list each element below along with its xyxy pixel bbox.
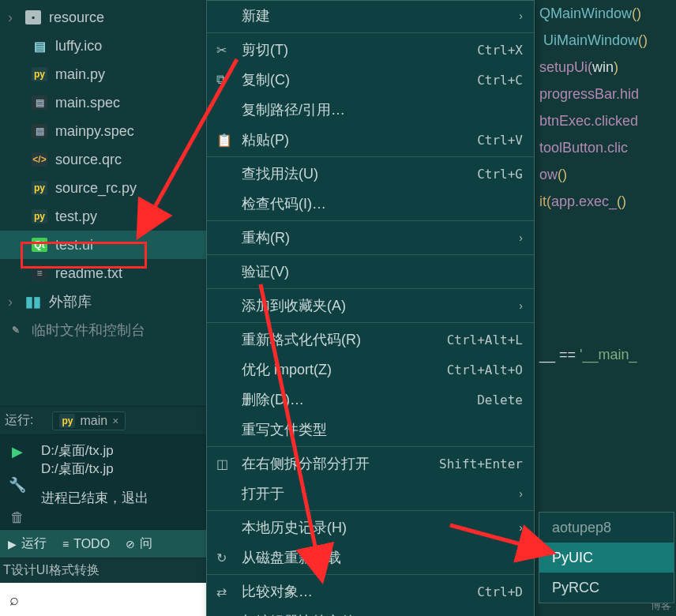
play-icon[interactable]: ▶: [12, 443, 23, 460]
chevron-right-icon: ›: [519, 487, 523, 500]
run-config-selector[interactable]: py main ×: [52, 411, 126, 430]
ctx-open-in[interactable]: 打开于›: [207, 479, 534, 509]
folder-icon: ▪: [25, 10, 41, 24]
qrc-file-icon: </>: [32, 152, 47, 167]
footer-text: T设计UI格式转换: [3, 562, 100, 579]
tree-file-luffy[interactable]: ▤ luffy.ico: [0, 32, 206, 60]
wrench-icon[interactable]: 🔧: [9, 476, 26, 494]
tab-todo[interactable]: ≡TODO: [62, 537, 110, 551]
ctx-find-usages[interactable]: 查找用法(U)Ctrl+G: [207, 159, 534, 189]
spec-file-icon: ▤: [32, 96, 47, 110]
external-tools-submenu: aotupep8 PyUIC PyRCC: [539, 512, 674, 603]
chevron-right-icon: ›: [519, 521, 523, 534]
python-file-icon: py: [59, 414, 75, 428]
run-config-name: main: [80, 414, 107, 428]
python-file-icon: py: [32, 209, 47, 223]
search-bar[interactable]: ⌕: [0, 583, 206, 616]
copy-icon: ⧉: [216, 73, 225, 87]
qt-file-icon: Qt: [32, 238, 47, 252]
sub-pyuic[interactable]: PyUIC: [539, 543, 674, 573]
tree-label: source.qrc: [55, 152, 122, 168]
ctx-inspect[interactable]: 检查代码(I)…: [207, 189, 534, 219]
project-tree-panel: › ▪ resource ▤ luffy.ico py main.py ▤ ma…: [0, 0, 206, 616]
tree-file-main-spec[interactable]: ▤ main.spec: [0, 88, 206, 117]
python-file-icon: py: [32, 181, 47, 195]
ctx-validate[interactable]: 验证(V): [207, 257, 534, 287]
tree-file-test-py[interactable]: py test.py: [0, 202, 206, 231]
ctx-local-history[interactable]: 本地历史记录(H)›: [207, 513, 534, 543]
ctx-paste[interactable]: 📋粘贴(P)Ctrl+V: [207, 125, 534, 155]
image-file-icon: ▤: [32, 39, 47, 53]
tree-label: test.ui: [55, 237, 93, 254]
status-footer: T设计UI格式转换: [0, 558, 206, 583]
console-line: D:/桌面/tx.jp: [41, 441, 200, 460]
ctx-reload-disk[interactable]: ↻从磁盘重新加载: [207, 543, 534, 573]
ctx-copy[interactable]: ⧉复制(C)Ctrl+C: [207, 65, 534, 95]
tree-scratches[interactable]: ✎ 临时文件和控制台: [0, 316, 206, 344]
tree-label: 临时文件和控制台: [32, 321, 145, 340]
ctx-cut[interactable]: ✂剪切(T)Ctrl+X: [207, 35, 534, 65]
cut-icon: ✂: [216, 43, 227, 58]
ctx-split-right[interactable]: ◫在右侧拆分部分打开Shift+Enter: [207, 449, 534, 479]
play-icon: ▶: [8, 538, 17, 550]
ctx-favorites[interactable]: 添加到收藏夹(A)›: [207, 291, 534, 321]
tree-external-libs[interactable]: › ▮▮ 外部库: [0, 287, 206, 316]
chevron-right-icon: ›: [8, 294, 17, 310]
chevron-right-icon: ›: [519, 231, 523, 244]
run-config-bar: 运行: py main ×: [0, 406, 206, 434]
chevron-right-icon: ›: [519, 9, 523, 22]
library-icon: ▮▮: [25, 295, 41, 309]
ctx-reformat[interactable]: 重新格式化代码(R)Ctrl+Alt+L: [207, 325, 534, 355]
split-icon: ◫: [216, 456, 228, 471]
run-label: 运行:: [5, 412, 33, 429]
paste-icon: 📋: [216, 133, 232, 148]
tree-file-main-py[interactable]: py main.py: [0, 60, 206, 88]
chevron-right-icon: ›: [519, 299, 523, 312]
status-tab-bar: ▶运行 ≡TODO ⊘问: [0, 529, 206, 558]
search-icon: ⌕: [9, 591, 19, 609]
tree-label: mainpy.spec: [55, 123, 134, 140]
tree-label: source_rc.py: [55, 180, 137, 197]
ctx-refactor[interactable]: 重构(R)›: [207, 223, 534, 253]
ctx-copy-path[interactable]: 复制路径/引用…: [207, 95, 534, 125]
tree-file-mainpy-spec[interactable]: ▤ mainpy.spec: [0, 117, 206, 145]
python-file-icon: py: [32, 67, 47, 81]
sub-pyrcc[interactable]: PyRCC: [539, 573, 674, 603]
ctx-optimize[interactable]: 优化 import(Z)Ctrl+Alt+O: [207, 355, 534, 385]
ctx-override[interactable]: 重写文件类型: [207, 415, 534, 445]
tree-label: main.py: [55, 66, 105, 83]
tab-run[interactable]: ▶运行: [8, 535, 47, 552]
tree-label: resource: [49, 9, 104, 26]
scratch-icon: ✎: [8, 323, 24, 337]
tree-file-readme[interactable]: ≡ readme.txt: [0, 259, 206, 287]
tree-file-test-ui[interactable]: Qt test.ui: [0, 231, 206, 259]
ctx-compare-editor[interactable]: 与编辑器比较文件(M): [207, 607, 534, 616]
chevron-right-icon: ›: [8, 9, 17, 26]
console-line: D:/桌面/tx.jp: [41, 460, 200, 478]
diff-icon: ⇄: [216, 584, 227, 599]
tree-folder-resource[interactable]: › ▪ resource: [0, 3, 206, 32]
reload-icon: ↻: [216, 550, 227, 565]
tree-label: main.spec: [55, 95, 120, 111]
tab-problems[interactable]: ⊘问: [126, 535, 152, 552]
spec-file-icon: ▤: [32, 124, 47, 138]
warning-icon: ⊘: [126, 538, 135, 550]
ctx-compare[interactable]: ⇄比较对象…Ctrl+D: [207, 577, 534, 607]
sub-aotupep8[interactable]: aotupep8: [539, 513, 674, 543]
ctx-delete[interactable]: 删除(D)…Delete: [207, 385, 534, 415]
ctx-new[interactable]: 新建›: [207, 1, 534, 31]
close-icon[interactable]: ×: [112, 415, 118, 427]
run-tool-window: ▶ 🔧 🗑 D:/桌面/tx.jp D:/桌面/tx.jp 进程已结束，退出: [0, 434, 206, 529]
tree-label: readme.txt: [55, 265, 122, 282]
list-icon: ≡: [62, 538, 69, 550]
tree-label: 外部库: [49, 292, 92, 311]
console-exit: 进程已结束，退出: [41, 489, 200, 507]
context-menu: 新建› ✂剪切(T)Ctrl+X ⧉复制(C)Ctrl+C 复制路径/引用… 📋…: [206, 0, 535, 616]
trash-icon[interactable]: 🗑: [10, 509, 24, 526]
tree-label: luffy.ico: [55, 38, 102, 54]
tree-file-source-rc[interactable]: py source_rc.py: [0, 174, 206, 202]
tree-label: test.py: [55, 208, 97, 225]
tree-file-source-qrc[interactable]: </> source.qrc: [0, 145, 206, 174]
text-file-icon: ≡: [32, 266, 47, 280]
